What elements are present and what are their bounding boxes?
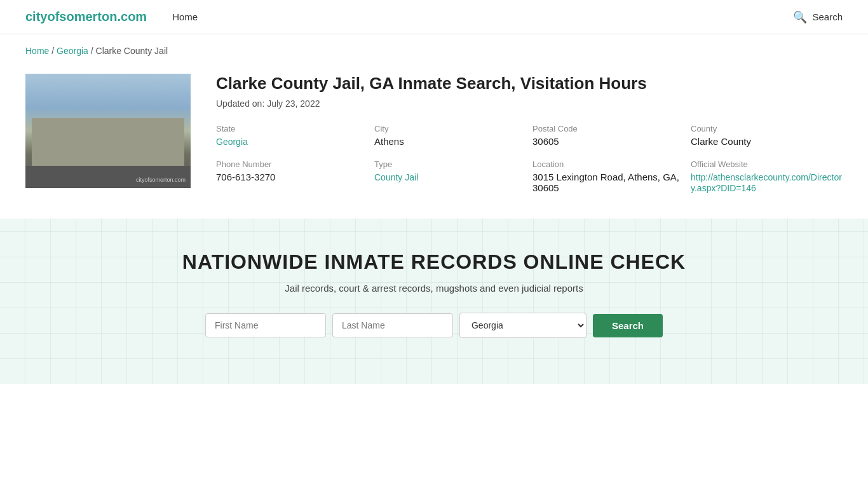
postal-label: Postal Code (532, 124, 684, 133)
nationwide-title: NATIONWIDE INMATE RECORDS ONLINE CHECK (25, 250, 843, 274)
phone-label: Phone Number (216, 159, 368, 169)
last-name-input[interactable] (332, 313, 453, 337)
postal-value: 30605 (532, 136, 559, 147)
city-cell: City Athens (374, 124, 526, 147)
location-label: Location (532, 159, 684, 169)
type-label: Type (374, 159, 526, 169)
state-value[interactable]: Georgia (216, 137, 248, 147)
type-value[interactable]: County Jail (374, 172, 418, 182)
search-button[interactable]: Search (593, 314, 663, 337)
header-search[interactable]: 🔍 Search (793, 10, 843, 24)
website-cell: Official Website http://athensclarkecoun… (691, 159, 843, 193)
search-form: AlabamaAlaskaArizonaArkansasCaliforniaCo… (25, 313, 843, 338)
header: cityofsomerton.com Home 🔍 Search (0, 0, 868, 34)
updated-date: Updated on: July 23, 2022 (216, 98, 843, 109)
search-icon: 🔍 (793, 10, 807, 24)
type-cell: Type County Jail (374, 159, 526, 193)
breadcrumb-home[interactable]: Home (25, 46, 49, 56)
postal-cell: Postal Code 30605 (532, 124, 684, 147)
nav-home-link[interactable]: Home (172, 11, 198, 22)
jail-image (25, 74, 191, 188)
main-content: cityofsomerton.com Clarke County Jail, G… (0, 67, 868, 219)
state-label: State (216, 124, 368, 133)
website-link[interactable]: http://athensclarkecounty.com/Directory.… (691, 172, 842, 193)
county-label: County (691, 124, 843, 133)
website-label: Official Website (691, 159, 843, 169)
city-label: City (374, 124, 526, 133)
site-logo[interactable]: cityofsomerton.com (25, 10, 147, 24)
jail-image-container: cityofsomerton.com (25, 74, 191, 188)
breadcrumb-sep1: / (51, 46, 57, 56)
info-grid: State Georgia City Athens Postal Code 30… (216, 124, 843, 193)
location-cell: Location 3015 Lexington Road, Athens, GA… (532, 159, 684, 193)
county-value: Clarke County (691, 136, 751, 147)
breadcrumb-state[interactable]: Georgia (57, 46, 88, 56)
first-name-input[interactable] (205, 313, 326, 337)
nationwide-section: NATIONWIDE INMATE RECORDS ONLINE CHECK J… (0, 219, 868, 384)
city-value: Athens (374, 136, 404, 147)
state-select[interactable]: AlabamaAlaskaArizonaArkansasCaliforniaCo… (459, 313, 587, 338)
jail-title: Clarke County Jail, GA Inmate Search, Vi… (216, 74, 843, 93)
location-value: 3015 Lexington Road, Athens, GA, 30605 (532, 172, 679, 193)
image-watermark: cityofsomerton.com (136, 177, 186, 183)
phone-cell: Phone Number 706-613-3270 (216, 159, 368, 193)
breadcrumb-current: Clarke County Jail (96, 46, 168, 56)
county-cell: County Clarke County (691, 124, 843, 147)
breadcrumb-sep2: / (91, 46, 96, 56)
jail-info: Clarke County Jail, GA Inmate Search, Vi… (216, 74, 843, 193)
header-search-label: Search (812, 11, 843, 22)
nationwide-subtitle: Jail records, court & arrest records, mu… (25, 283, 843, 294)
breadcrumb: Home / Georgia / Clarke County Jail (0, 34, 868, 67)
phone-value: 706-613-3270 (216, 172, 275, 182)
header-left: cityofsomerton.com Home (25, 10, 198, 24)
state-cell: State Georgia (216, 124, 368, 147)
